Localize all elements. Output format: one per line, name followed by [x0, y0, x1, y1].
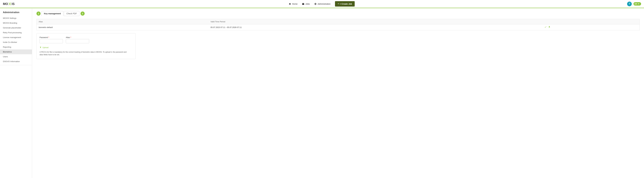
form-group-alias: Alias *	[66, 36, 89, 43]
tab-wrapper-check-pdf: Check PDF 3	[64, 11, 86, 16]
sidebar-divider	[0, 65, 32, 65]
administration-icon	[314, 3, 317, 5]
tab-check-pdf[interactable]: Check PDF	[64, 11, 79, 16]
nav-jobs-label: Jobs	[305, 3, 310, 5]
home-icon	[288, 3, 291, 5]
password-input[interactable]	[40, 39, 63, 43]
table-row: biometric-default 05.07.2023 07:11 - 05.…	[36, 24, 640, 30]
form-group-password: Password *	[40, 36, 63, 43]
info-text: A PKCS #12 file is mandatory for the cor…	[40, 51, 130, 56]
tabs-container: 2 Key management Check PDF 3	[36, 11, 640, 16]
help-button[interactable]: ?	[627, 1, 632, 6]
sidebar-item-moxis-branding[interactable]: MOXIS Branding	[0, 20, 32, 25]
tab-badge-key-management: 2	[36, 11, 40, 15]
user-avatar-button[interactable]: AH ▼	[634, 2, 641, 5]
tab-badge-check-pdf: 3	[80, 11, 84, 15]
avatar-chevron-icon: ▼	[638, 3, 640, 5]
nav-jobs[interactable]: Jobs	[302, 3, 310, 5]
table-cell-valid-time-period: 05.07.2023 07:11 - 05.07.2026 07:11	[208, 24, 542, 30]
jobs-icon	[302, 3, 304, 5]
main-layout: Administration MOXIS Settings MOXIS Bran…	[0, 8, 644, 178]
upload-icon	[40, 46, 42, 49]
table-cell-actions	[542, 24, 640, 30]
form-row-inputs: Password * Alias *	[40, 36, 132, 43]
table-col-valid-time-period: Valid Time Period	[208, 19, 542, 24]
password-required: *	[48, 36, 49, 38]
nav-right: ? AH ▼	[627, 1, 641, 6]
alias-label: Alias *	[66, 36, 89, 38]
logo-text-is: IS	[12, 2, 14, 6]
sidebar-item-biometrics[interactable]: Biometrics	[0, 49, 32, 54]
sidebar: Administration MOXIS Settings MOXIS Bran…	[0, 8, 32, 178]
logo: MO IS	[3, 2, 14, 6]
sidebar-title: Administration	[0, 11, 32, 16]
sidebar-item-reporting[interactable]: Reporting	[0, 45, 32, 49]
sidebar-item-users[interactable]: Users	[0, 54, 32, 59]
table-col-alias: Alias	[36, 19, 208, 24]
password-label: Password *	[40, 36, 63, 38]
key-management-table: Alias Valid Time Period biometric-defaul…	[36, 19, 640, 30]
nav-administration[interactable]: Administration	[314, 3, 330, 5]
create-job-icon: +	[338, 2, 339, 5]
upload-button[interactable]: Upload	[40, 46, 48, 49]
download-action-icon[interactable]	[548, 26, 550, 29]
nav-home-label: Home	[292, 3, 298, 5]
tab-key-management-label: Key management	[44, 12, 61, 15]
upload-label: Upload	[42, 46, 48, 48]
nav-center: Home Jobs Administration + + Create Job	[20, 1, 623, 6]
create-job-button[interactable]: + + Create Job	[335, 1, 355, 6]
main-content: 2 Key management Check PDF 3 Alias Valid…	[32, 8, 644, 178]
sidebar-item-moxis-settings[interactable]: MOXIS Settings	[0, 16, 32, 20]
sidebar-item-invite-co-worker[interactable]: Invite Co-Worker	[0, 40, 32, 45]
logo-text-mo: MO	[3, 2, 8, 6]
table-cell-alias: biometric-default	[36, 24, 208, 30]
tab-key-management[interactable]: Key management	[42, 11, 63, 16]
sidebar-item-generate-placeholder[interactable]: Generate placeholder	[0, 25, 32, 30]
tab-check-pdf-label: Check PDF	[66, 12, 77, 15]
create-job-label: + Create Job	[340, 3, 352, 5]
avatar-initials: AH	[634, 3, 637, 5]
tab-wrapper-key-management: 2 Key management	[36, 11, 64, 16]
table-header-row: Alias Valid Time Period	[36, 19, 640, 24]
alias-required: *	[70, 36, 71, 38]
help-icon: ?	[629, 3, 630, 5]
logo-x-icon	[8, 3, 11, 5]
table-col-actions	[542, 19, 640, 24]
check-action-icon[interactable]	[544, 26, 547, 29]
alias-input[interactable]	[66, 39, 89, 43]
nav-home[interactable]: Home	[288, 3, 298, 5]
upload-form-section: Password * Alias * Upload A PKCS #12 fil…	[36, 33, 136, 59]
sidebar-item-license-management[interactable]: License management	[0, 35, 32, 40]
nav-administration-label: Administration	[318, 3, 330, 5]
sidebar-item-dsgvo-information[interactable]: DSGVO Information	[0, 59, 32, 64]
sidebar-item-retry-post-processing[interactable]: Retry Post-processing	[0, 30, 32, 35]
action-icons	[544, 26, 638, 29]
top-navigation: MO IS Home Jobs Administration + + Creat…	[0, 0, 644, 8]
